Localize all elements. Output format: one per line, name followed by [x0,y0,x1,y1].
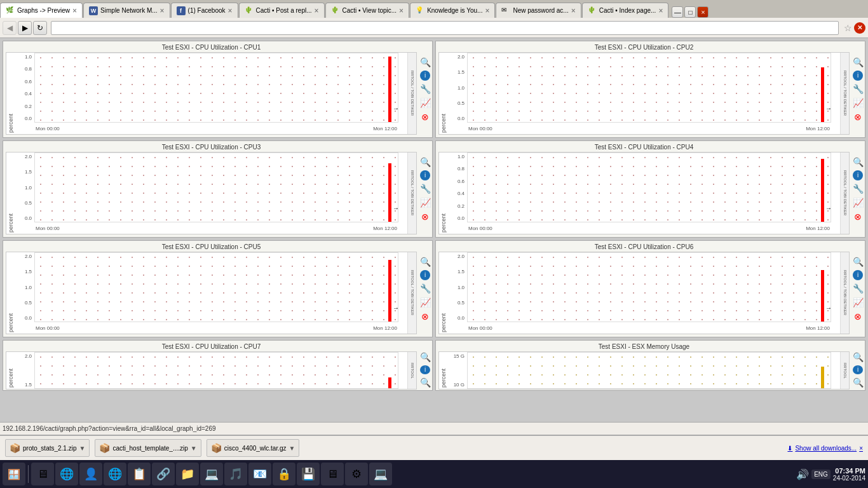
tab-close-cacti-view[interactable]: × [399,6,403,15]
taskbar-app-10[interactable]: 📧 [248,463,271,485]
tab-snm[interactable]: W Simple Network M... × [83,3,170,18]
tab-close-knowledge[interactable]: × [485,6,489,15]
download-dropdown-3[interactable]: ▼ [289,445,295,452]
wrench-icon-cpu3[interactable]: 🔧 [419,183,431,194]
info-icon-cpu1[interactable]: i [420,71,430,81]
wrench-icon-cpu4[interactable]: 🔧 [852,183,864,194]
download-icon-3: 📦 [211,443,222,453]
tab-close-cacti-index[interactable]: × [658,6,663,15]
address-input[interactable]: 192.168.2.196/cacti/graph_view.php?actio… [51,21,839,35]
y-label: 0.6 [15,79,33,85]
taskbar-app-1[interactable]: 🖥 [31,463,54,485]
taskbar-app-6[interactable]: 🔗 [152,463,175,485]
taskbar-lang[interactable]: ENG [811,470,831,479]
minimize-button[interactable]: — [672,6,683,18]
taskbar-app-5[interactable]: 📋 [128,463,151,485]
tab-cacti-view[interactable]: 🌵 Cacti • View topic... × [325,3,410,18]
show-all-downloads-close[interactable]: × [859,445,863,452]
info-icon-cpu6[interactable]: i [853,270,863,280]
zoom2-icon-cpu7[interactable]: 🔍 [419,377,431,388]
tab-cacti-index[interactable]: 🌵 Cacti • Index page... × [582,3,669,18]
delete-icon-cpu2[interactable]: ⊗ [852,111,864,123]
info-icon-esx-memory[interactable]: i [853,365,863,375]
tab-facebook[interactable]: f (1) Facebook × [171,3,238,18]
download-dropdown-1[interactable]: ▼ [79,445,86,452]
reload-button[interactable]: ↻ [33,21,47,35]
graph-icon-cpu4[interactable]: 📈 [852,197,864,208]
rotated-label-cpu7: RRTOOL [407,352,416,389]
zoom-icon-cpu2[interactable]: 🔍 [852,57,864,68]
taskbar-app-3[interactable]: 👤 [79,463,102,485]
rotated-label-cpu5: RRTOOL / TOBI DETIKER [407,252,416,334]
bookmark-star-icon[interactable]: ☆ [841,22,854,34]
graph-icon-cpu5[interactable]: 📈 [419,297,431,308]
zoom-icon-cpu4[interactable]: 🔍 [852,156,864,168]
show-all-downloads-link[interactable]: ⬇ Show all downloads... × [787,445,863,452]
tab-close-fb[interactable]: × [228,6,233,15]
data-bar-cpu5 [388,260,391,322]
taskbar-app-7[interactable]: 📁 [176,463,199,485]
delete-icon-cpu4[interactable]: ⊗ [852,211,864,222]
tab-label-snm: Simple Network M... [100,7,157,14]
tab-cacti-post[interactable]: 🌵 Cacti • Post a repl... × [239,3,325,18]
arrow-cpu6: → [825,304,831,311]
tab-close-snm[interactable]: × [160,6,165,15]
zoom-icon-cpu6[interactable]: 🔍 [852,256,864,268]
taskbar-start-button[interactable]: 🪟 [3,463,25,485]
taskbar-app-11[interactable]: 🔒 [273,463,295,485]
taskbar-app-2[interactable]: 🌐 [55,463,78,485]
forward-button[interactable]: ▶ [18,21,32,35]
download-name-2: cacti_host_template_....zip [112,445,187,452]
close-button[interactable]: × [697,6,709,18]
taskbar-volume-icon[interactable]: 🔊 [796,468,809,480]
tab-graphs-preview[interactable]: 🌿 Graphs -> Preview × [0,3,83,18]
wrench-icon-cpu1[interactable]: 🔧 [419,83,431,95]
zoom2-icon-esx-memory[interactable]: 🔍 [852,377,864,388]
graph-icon-cpu3[interactable]: 📈 [419,197,431,208]
back-button[interactable]: ◀ [3,21,17,35]
y-label: 0.0 [448,215,466,221]
delete-icon-cpu6[interactable]: ⊗ [852,311,864,322]
taskbar-app-15[interactable]: 💻 [369,463,392,485]
tab-close-email[interactable]: × [571,6,576,15]
x-label-end: Mon 12:00 [373,226,397,231]
delete-icon-cpu1[interactable]: ⊗ [419,111,431,123]
graph-icon-cpu6[interactable]: 📈 [852,297,864,308]
info-icon-cpu5[interactable]: i [420,270,430,280]
nav-bar: ◀ ▶ ↻ 192.168.2.196/cacti/graph_view.php… [0,18,868,38]
wrench-icon-cpu2[interactable]: 🔧 [852,83,864,95]
download-item-3: 📦 cisco_4400_wlc.tar.gz ▼ [207,439,300,457]
delete-icon-cpu3[interactable]: ⊗ [419,211,431,222]
zoom-icon-cpu3[interactable]: 🔍 [419,156,431,168]
graph-icon-cpu2[interactable]: 📈 [852,97,864,109]
tab-email[interactable]: ✉ New password ac... × [496,3,581,18]
zoom-icon-cpu7[interactable]: 🔍 [419,352,431,363]
info-icon-cpu3[interactable]: i [420,170,430,180]
tab-close-graphs[interactable]: × [72,6,77,15]
wrench-icon-cpu5[interactable]: 🔧 [419,283,431,294]
taskbar-app-4[interactable]: 🌐 [104,463,126,485]
taskbar-app-8[interactable]: 💻 [200,463,223,485]
info-icon-cpu2[interactable]: i [853,71,863,81]
taskbar-app-14[interactable]: ⚙ [345,463,368,485]
wrench-icon-cpu6[interactable]: 🔧 [852,283,864,294]
tab-knowledge[interactable]: 💡 Knowledge is You... × [410,3,495,18]
taskbar-app-12[interactable]: 💾 [297,463,320,485]
maximize-button[interactable]: □ [684,6,696,18]
zoom-icon-esx-memory[interactable]: 🔍 [852,352,864,363]
graph-icon-cpu1[interactable]: 📈 [419,97,431,109]
info-icon-cpu7[interactable]: i [420,365,430,375]
zoom-icon-cpu1[interactable]: 🔍 [419,57,431,68]
grid-dots-cpu2 [468,53,831,122]
info-icon-cpu4[interactable]: i [853,170,863,180]
graph-title-cpu1: Test ESXI - CPU Utilization - CPU1 [6,44,417,51]
delete-icon-cpu5[interactable]: ⊗ [419,311,431,322]
taskbar-app-13[interactable]: 🖥 [321,463,344,485]
zoom-icon-cpu5[interactable]: 🔍 [419,256,431,268]
y-axis-label-esx-memory: percent [439,352,448,389]
download-dropdown-2[interactable]: ▼ [191,445,197,452]
stop-icon[interactable]: ✕ [854,22,865,34]
data-bar-cpu7 [388,377,391,388]
taskbar-app-9[interactable]: 🎵 [224,463,247,485]
tab-close-cacti-post[interactable]: × [315,6,319,15]
